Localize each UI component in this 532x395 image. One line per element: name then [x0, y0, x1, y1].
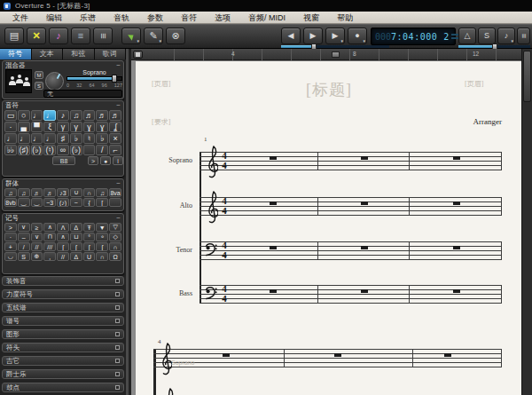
mark-palette-cell[interactable]: ·: [4, 233, 17, 241]
collapsed-panel-header[interactable]: 图形: [2, 329, 124, 339]
menu-item[interactable]: 音轨: [105, 12, 138, 23]
note-palette-cell[interactable]: ♩: [4, 133, 17, 144]
mixer-button[interactable]: ≡: [93, 28, 113, 44]
tools-button[interactable]: ✕: [27, 28, 46, 44]
volume-handle[interactable]: [112, 75, 117, 83]
group-palette-cell[interactable]: ♫: [18, 188, 30, 197]
collapse-icon[interactable]: −: [116, 102, 121, 109]
note-palette-cell[interactable]: ×: [109, 133, 121, 144]
mark-palette-cell[interactable]: ∧: [43, 223, 56, 232]
mark-palette-cell[interactable]: ,: [43, 252, 56, 261]
note-palette-cell[interactable]: ♪: [57, 110, 69, 121]
subtitle-placeholder[interactable]: [要求]: [152, 117, 170, 127]
note-palette-cell[interactable]: ♩: [43, 133, 56, 144]
collapsed-panel-header[interactable]: 力度符号: [2, 289, 124, 299]
staff-system2-soprano[interactable]: [153, 349, 502, 367]
mark-palette-cell[interactable]: //: [57, 252, 69, 261]
marks-panel-header[interactable]: 记号 −: [3, 214, 123, 222]
note-palette-cell[interactable]: /: [96, 145, 108, 155]
mark-palette-cell[interactable]: U: [83, 252, 96, 261]
note-palette-cell[interactable]: ♬: [109, 110, 121, 121]
staff-label-alto[interactable]: Alto: [139, 201, 192, 209]
group-palette-cell[interactable]: ♫: [4, 188, 17, 197]
playback-toggle-button[interactable]: >: [88, 156, 98, 165]
note-palette-cell[interactable]: ▄: [18, 122, 30, 132]
pan-knob[interactable]: [45, 72, 64, 91]
save-button[interactable]: ▤: [4, 28, 24, 44]
group-palette-cell[interactable]: ∪: [70, 188, 82, 197]
group-palette-cell[interactable]: ‿: [18, 198, 30, 207]
group-palette-cell[interactable]: ♪3: [57, 188, 69, 197]
note-palette-cell[interactable]: ♭♭: [4, 145, 17, 155]
mark-palette-cell[interactable]: /: [18, 242, 30, 251]
notation-button[interactable]: ♪: [49, 28, 68, 44]
note-palette-cell[interactable]: ♩: [31, 110, 43, 121]
mark-palette-cell[interactable]: ▼: [96, 223, 108, 232]
note-palette-cell[interactable]: ∞: [57, 145, 69, 155]
group-palette-cell[interactable]: {: [83, 198, 96, 207]
volume-slider[interactable]: [66, 76, 122, 81]
mark-palette-cell[interactable]: ◡: [4, 252, 17, 261]
mixer-panel-header[interactable]: 混合器 −: [3, 61, 123, 69]
pencil-tool-button[interactable]: ✎▾: [144, 28, 163, 44]
swing-button[interactable]: S: [478, 28, 496, 44]
note-palette-cell[interactable]: ♭: [70, 133, 82, 144]
select-tool-button[interactable]: ▾: [121, 28, 141, 44]
arranger-label[interactable]: Arranger: [431, 117, 502, 126]
group-palette-cell[interactable]: ‿: [31, 198, 43, 207]
staff-soprano[interactable]: [200, 152, 502, 170]
mark-palette-cell[interactable]: ▽: [109, 223, 121, 232]
group-palette-cell[interactable]: (♪): [57, 198, 69, 207]
collapse-icon[interactable]: −: [116, 180, 121, 187]
step-play-button[interactable]: ▶: [303, 28, 323, 44]
note-palette-cell[interactable]: ♩: [43, 110, 56, 121]
note-palette-cell[interactable]: ♫: [70, 110, 82, 121]
rewind-button[interactable]: ◀: [281, 28, 301, 44]
device-field[interactable]: 无: [43, 90, 122, 98]
note-palette-cell[interactable]: ♩: [31, 133, 43, 144]
note-palette-cell[interactable]: ▀: [31, 122, 43, 132]
collapsed-panel-header[interactable]: 鼓点: [2, 383, 124, 392]
collapsed-panel-header[interactable]: 吉它: [2, 356, 124, 366]
ruler-handle[interactable]: [332, 51, 340, 58]
menu-item[interactable]: 编辑: [37, 12, 71, 23]
note-palette-cell[interactable]: ɣ: [96, 122, 108, 132]
collapsed-panel-header[interactable]: 符头: [2, 343, 124, 352]
mark-palette-cell[interactable]: ≥: [31, 223, 43, 232]
transport-slider[interactable]: [281, 45, 389, 48]
vertical-scrollbar[interactable]: [521, 49, 532, 395]
mute-button[interactable]: M: [35, 71, 43, 79]
group-palette-cell[interactable]: ♫: [96, 188, 108, 197]
mark-palette-cell[interactable]: ∘: [96, 233, 108, 241]
note-palette-cell[interactable]: ɣ: [83, 122, 96, 132]
note-palette-cell[interactable]: ♩: [18, 133, 30, 144]
palette-tab[interactable]: 歌词: [95, 49, 127, 59]
group-palette-cell[interactable]: [: [96, 198, 108, 207]
menu-item[interactable]: 文件: [4, 12, 37, 23]
palette-tab[interactable]: 和弦: [63, 49, 95, 59]
menu-item[interactable]: 音频/ MIDI: [239, 12, 294, 23]
note-palette-cell[interactable]: ♭: [96, 133, 108, 144]
note-palette-cell[interactable]: ▭: [4, 110, 17, 121]
note-palette-cell[interactable]: [83, 145, 96, 155]
title-placeholder[interactable]: [标题]: [136, 79, 521, 100]
note-palette-cell[interactable]: ⌐: [109, 145, 121, 155]
mark-palette-cell[interactable]: ʃ: [96, 242, 108, 251]
collapse-icon[interactable]: −: [116, 215, 121, 222]
mark-palette-cell[interactable]: ⊕: [31, 252, 43, 261]
mark-palette-cell[interactable]: >: [4, 223, 17, 232]
mark-palette-cell[interactable]: °: [83, 233, 96, 241]
note-palette-cell[interactable]: ʆ: [109, 122, 121, 132]
eraser-tool-button[interactable]: ⊗: [166, 28, 185, 44]
staff-bass[interactable]: [200, 285, 502, 304]
staff-alto[interactable]: [200, 197, 502, 216]
mark-palette-cell[interactable]: ///: [43, 242, 56, 251]
notes-panel-header[interactable]: 音符 −: [3, 101, 123, 109]
mark-palette-cell[interactable]: ∨: [31, 233, 43, 241]
group-palette-cell[interactable]: ∩: [83, 188, 96, 197]
collapsed-panel-header[interactable]: 谱号: [2, 316, 124, 326]
menu-item[interactable]: 帮助: [328, 12, 362, 23]
score-page[interactable]: [页眉] [页眉] [标题] [要求] Arranger 1 Soprano A…: [136, 61, 521, 395]
note-palette-cell[interactable]: γ: [57, 122, 69, 132]
mark-palette-cell[interactable]: Δ: [70, 223, 82, 232]
